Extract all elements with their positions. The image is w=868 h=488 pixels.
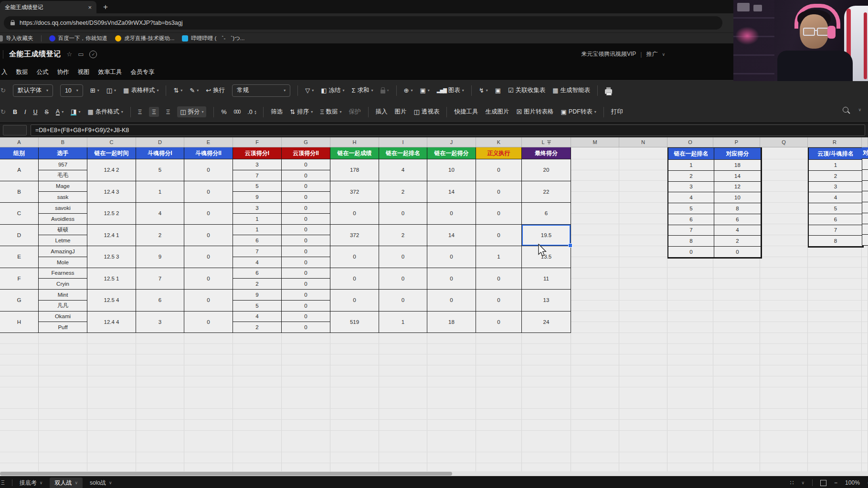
cell[interactable]: 0 bbox=[282, 235, 330, 246]
cell[interactable]: 0 bbox=[282, 279, 330, 290]
cell[interactable]: Mint bbox=[39, 290, 87, 301]
star-icon[interactable]: ☆ bbox=[67, 51, 73, 58]
column-header-letter[interactable]: M bbox=[571, 137, 619, 147]
cell[interactable]: 14 bbox=[714, 171, 761, 182]
cell[interactable]: 0 bbox=[476, 159, 522, 181]
cell[interactable]: 7 bbox=[233, 170, 282, 181]
generate-image-icon-button[interactable]: ▣ bbox=[495, 87, 501, 94]
cell[interactable]: F bbox=[0, 268, 39, 290]
menu-item-insert-partial[interactable]: 入 bbox=[1, 68, 8, 76]
bookmark-bilibili[interactable]: 哔哩哔哩 ( ゜- ゜)つ... bbox=[182, 35, 244, 42]
chevron-down-icon[interactable]: ∨ bbox=[40, 480, 43, 485]
cell[interactable]: 12.4 3 bbox=[87, 181, 136, 203]
cell[interactable]: 凡凡 bbox=[39, 301, 87, 311]
sheet-tab-modi[interactable]: 摸底考 ∨ bbox=[20, 479, 43, 487]
protect-lock-button[interactable]: ▾ bbox=[381, 88, 389, 93]
generate-image-button[interactable]: 生成图片 bbox=[485, 108, 509, 116]
cell[interactable]: 6 bbox=[136, 290, 184, 311]
cell[interactable]: 0 bbox=[379, 290, 427, 311]
collapse-toolbar-icon[interactable]: ∨ bbox=[858, 107, 861, 112]
cell[interactable]: 4 bbox=[233, 311, 282, 322]
table-column-header[interactable]: 链在一起排名 bbox=[379, 147, 427, 159]
cell[interactable]: 4 bbox=[809, 192, 863, 203]
cell[interactable]: savoki bbox=[39, 203, 87, 214]
cell[interactable]: 7 bbox=[136, 268, 184, 290]
cell[interactable]: 0 bbox=[476, 290, 522, 311]
cell[interactable]: 0 bbox=[184, 159, 233, 181]
align-right-button[interactable]: Ξ bbox=[166, 108, 170, 115]
font-color-button[interactable]: A ▾ bbox=[56, 109, 64, 115]
italic-button[interactable]: I bbox=[24, 109, 26, 115]
cell[interactable]: 957 bbox=[39, 159, 87, 170]
table-column-header[interactable]: 链在一起时间 bbox=[87, 147, 136, 159]
table-column-header[interactable]: 斗魂得分II bbox=[184, 147, 233, 159]
underline-button[interactable]: U bbox=[33, 109, 37, 115]
font-family-select[interactable]: 默认字体 ▾ bbox=[13, 84, 53, 97]
cell[interactable]: 0 bbox=[379, 246, 427, 268]
cell[interactable]: 2 bbox=[379, 225, 427, 247]
cell[interactable]: H bbox=[0, 311, 39, 333]
table-column-header[interactable]: 正义执行 bbox=[476, 147, 522, 159]
cell[interactable]: 18 bbox=[427, 311, 476, 333]
name-box[interactable] bbox=[3, 125, 27, 135]
cell[interactable]: 0 bbox=[330, 246, 379, 268]
cell[interactable]: 0 bbox=[282, 192, 330, 203]
cell[interactable]: 2 bbox=[233, 279, 282, 290]
fill-color-button[interactable]: ◨ ▾ bbox=[71, 109, 80, 115]
column-header-letter[interactable]: B bbox=[39, 137, 87, 147]
percent-format-button[interactable]: % bbox=[221, 109, 226, 115]
sum-button[interactable]: Σ 求和 ▾ bbox=[351, 86, 373, 94]
row-col-size-button[interactable]: ⇅ ▾ bbox=[173, 87, 182, 94]
column-header-letter[interactable]: R bbox=[808, 137, 862, 147]
cell[interactable]: A bbox=[0, 159, 39, 181]
column-header-letter[interactable]: G bbox=[282, 137, 330, 147]
menu-item-vip[interactable]: 会员专享 bbox=[131, 68, 155, 76]
sheet-tab-shuangren[interactable]: 双人战 ∨ bbox=[50, 478, 83, 488]
cell[interactable]: 0 bbox=[282, 311, 330, 322]
cell[interactable]: 1 bbox=[379, 311, 427, 333]
cell[interactable]: C bbox=[0, 203, 39, 225]
sheet-tab-label[interactable]: solo战 bbox=[90, 479, 106, 487]
bookmark-huya[interactable]: 虎牙直播-技术驱动... bbox=[115, 35, 174, 42]
column-header-letter[interactable]: O bbox=[667, 137, 713, 147]
column-header-letter[interactable]: L bbox=[522, 137, 571, 147]
split-cells-button[interactable]: ◫ 拆分 ▾ bbox=[177, 106, 206, 117]
cell[interactable]: 0 bbox=[282, 203, 330, 214]
cell[interactable]: 9 bbox=[136, 246, 184, 268]
new-tab-button[interactable]: + bbox=[103, 2, 108, 12]
cell[interactable]: 0 bbox=[668, 247, 714, 258]
sheet-list-icon[interactable]: Ξ bbox=[1, 479, 5, 486]
zoom-level[interactable]: 100% bbox=[845, 479, 860, 486]
insert-label-button[interactable]: 插入 bbox=[376, 108, 388, 116]
cell[interactable]: 0 bbox=[184, 311, 233, 333]
align-center-button[interactable]: Ξ bbox=[149, 107, 159, 117]
conditional-format-button[interactable]: ▦ 条件格式 ▾ bbox=[87, 108, 123, 116]
column-header-letter[interactable] bbox=[862, 137, 868, 147]
table-column-header[interactable]: 斗魂得分I bbox=[136, 147, 184, 159]
cell[interactable]: 12 bbox=[714, 182, 761, 193]
url-bar[interactable]: https://docs.qq.com/sheet/DS09sVndZa09rW… bbox=[4, 16, 722, 30]
cell[interactable]: 0 bbox=[330, 290, 379, 311]
menu-item-view[interactable]: 视图 bbox=[78, 68, 90, 76]
rank-table-header[interactable]: 链在一起排名 bbox=[668, 148, 714, 160]
cell[interactable]: 6 bbox=[522, 203, 571, 225]
cell[interactable]: G bbox=[0, 290, 39, 311]
cell[interactable]: 硕硕 bbox=[39, 225, 87, 236]
cell[interactable]: 0 bbox=[282, 225, 330, 236]
cell[interactable]: 12.5 1 bbox=[87, 268, 136, 290]
cell[interactable]: Puff bbox=[39, 322, 87, 333]
column-header-letter[interactable]: A bbox=[0, 137, 39, 147]
cell[interactable]: 14 bbox=[427, 225, 476, 247]
cell[interactable]: 0 bbox=[282, 159, 330, 170]
cell[interactable]: 5 bbox=[809, 203, 863, 214]
column-header-letter[interactable]: I bbox=[379, 137, 427, 147]
insert-object-button[interactable]: ⊕ ▾ bbox=[404, 87, 413, 94]
cell[interactable]: 178 bbox=[330, 159, 379, 181]
strikethrough-button[interactable]: S bbox=[44, 109, 48, 115]
cell[interactable]: 5 bbox=[136, 159, 184, 181]
cell[interactable]: B bbox=[0, 181, 39, 203]
column-header-letter[interactable]: K bbox=[476, 137, 522, 147]
cell[interactable]: 7 bbox=[233, 246, 282, 257]
cell[interactable]: 2 bbox=[668, 171, 714, 182]
column-header-letter[interactable]: H bbox=[330, 137, 379, 147]
